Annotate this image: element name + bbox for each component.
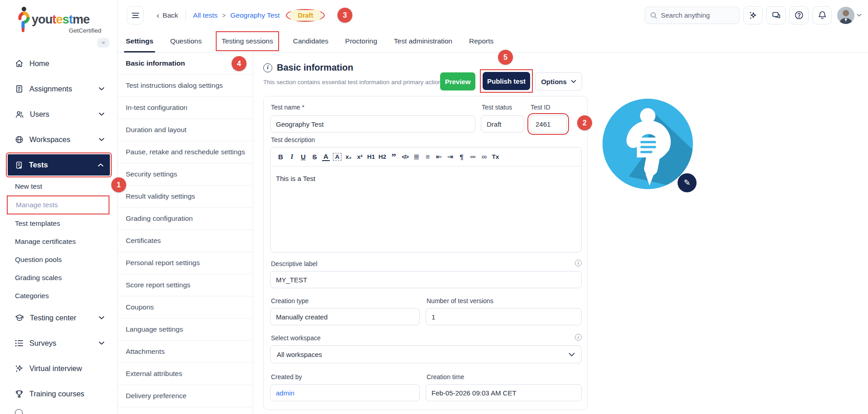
settings-item-grading-configuration[interactable]: Grading configuration: [118, 208, 253, 230]
notifications-button[interactable]: [812, 6, 832, 24]
horizontal-rule-icon[interactable]: ═: [467, 153, 479, 161]
global-search[interactable]: [645, 7, 740, 24]
link-icon[interactable]: ∞: [479, 153, 490, 161]
creation-time-input[interactable]: [426, 384, 582, 401]
settings-item-certificates[interactable]: Certificates: [118, 230, 253, 252]
underline-icon[interactable]: U: [298, 153, 309, 161]
publish-test-button[interactable]: Publish test: [483, 72, 530, 90]
italic-icon[interactable]: I: [286, 153, 298, 161]
sidebar-item-testing-center[interactable]: Testing center: [0, 305, 117, 330]
tab-test-administration[interactable]: Test administration: [394, 30, 452, 52]
edit-image-button[interactable]: ✎: [678, 173, 697, 192]
sidebar-item-workspaces[interactable]: Workspaces: [0, 127, 117, 152]
ordered-list-icon[interactable]: ≣: [411, 152, 422, 161]
sidebar-item-tests[interactable]: Tests: [8, 154, 110, 176]
strikethrough-icon[interactable]: S: [309, 153, 320, 161]
chevron-down-icon: [99, 138, 104, 141]
tab-settings[interactable]: Settings: [126, 30, 153, 52]
creation-type-input[interactable]: [270, 308, 420, 325]
sidebar-item-users[interactable]: Users: [0, 101, 117, 127]
hamburger-menu-button[interactable]: [127, 6, 144, 24]
tab-testing-sessions[interactable]: Testing sessions: [216, 31, 279, 51]
settings-item-security[interactable]: Security settings: [118, 163, 253, 186]
sidebar-item-home[interactable]: Home: [0, 51, 117, 76]
back-button[interactable]: ‹ Back: [157, 11, 178, 19]
options-button[interactable]: Options: [535, 72, 582, 90]
bold-icon[interactable]: B: [275, 153, 286, 161]
indent-icon[interactable]: ⇥: [445, 152, 456, 161]
settings-item-external-attributes[interactable]: External attributes: [118, 363, 253, 385]
bullet-list-icon[interactable]: ≡: [422, 153, 433, 161]
settings-item-delivery-preference[interactable]: Delivery preference: [118, 385, 253, 407]
sidebar-subitem-manage-certificates[interactable]: Manage certificates: [0, 233, 117, 251]
tab-candidates[interactable]: Candidates: [293, 30, 328, 52]
heading2-icon[interactable]: H2: [377, 153, 388, 160]
page-title: Basic information: [277, 62, 353, 73]
test-status-label: Test status: [482, 104, 512, 111]
preview-button[interactable]: Preview: [440, 72, 475, 90]
sidebar-item-assignments[interactable]: Assignments: [0, 76, 117, 101]
user-avatar: [837, 7, 854, 24]
sidebar-subitem-new-test[interactable]: New test: [0, 177, 117, 195]
home-icon: [15, 59, 24, 68]
list-icon: [15, 339, 24, 347]
superscript-icon[interactable]: x²: [354, 153, 365, 160]
sidebar-subitem-categories[interactable]: Categories: [0, 287, 117, 305]
created-by-input[interactable]: [270, 384, 420, 401]
settings-item-language[interactable]: Language settings: [118, 319, 253, 341]
settings-item-result-validity[interactable]: Result validity settings: [118, 186, 253, 208]
sidebar-item-virtual-interview[interactable]: Virtual interview: [0, 356, 117, 381]
heading1-icon[interactable]: H1: [365, 153, 377, 160]
highlight-icon[interactable]: A: [333, 153, 342, 161]
settings-item-test-instructions[interactable]: Test instructions dialog settings: [118, 75, 253, 97]
section-subtitle: This section contains essential test inf…: [263, 79, 446, 86]
sidebar-subitem-question-pools[interactable]: Question pools: [0, 251, 117, 269]
settings-item-score-report[interactable]: Score report settings: [118, 274, 253, 296]
settings-item-coupons[interactable]: Coupons: [118, 296, 253, 319]
outdent-icon[interactable]: ⇤: [433, 152, 445, 161]
test-id-label: Test ID: [531, 104, 550, 111]
breadcrumb-all-tests[interactable]: All tests: [193, 11, 218, 19]
clear-format-icon[interactable]: Tx: [490, 153, 501, 160]
workspace-select[interactable]: All workspaces: [270, 345, 582, 363]
sidebar-subitem-manage-tests[interactable]: Manage tests: [7, 195, 109, 214]
settings-item-pause-retake[interactable]: Pause, retake and reschedule settings: [118, 141, 253, 163]
breadcrumb-separator: >: [222, 12, 226, 19]
subscript-icon[interactable]: x₂: [343, 153, 354, 160]
tab-questions[interactable]: Questions: [170, 30, 202, 52]
tests-icon: [15, 161, 23, 169]
tab-proctoring[interactable]: Proctoring: [345, 30, 377, 52]
settings-menu: Basic information Test instructions dial…: [118, 52, 253, 414]
sidebar-subitem-grading-scales[interactable]: Grading scales: [0, 269, 117, 287]
sidebar-item-surveys[interactable]: Surveys: [0, 330, 117, 356]
main-content: Basic information This section contains …: [253, 52, 868, 414]
user-menu[interactable]: [837, 7, 862, 24]
test-id-input[interactable]: [530, 115, 567, 133]
creation-type-label: Creation type: [271, 297, 308, 305]
breadcrumb-current-test[interactable]: Geography Test: [230, 11, 280, 19]
text-color-icon[interactable]: A: [322, 152, 330, 161]
tab-reports[interactable]: Reports: [469, 30, 493, 52]
code-icon[interactable]: </>: [399, 154, 411, 160]
num-versions-label: Number of test versions: [427, 297, 493, 305]
blockquote-icon[interactable]: ”: [388, 155, 399, 159]
test-description-label: Test description: [271, 136, 315, 143]
settings-item-attachments[interactable]: Attachments: [118, 341, 253, 363]
feedback-chat-button[interactable]: [766, 6, 786, 24]
sidebar-collapse-button[interactable]: «: [97, 38, 109, 48]
settings-item-duration-layout[interactable]: Duration and layout: [118, 119, 253, 141]
test-name-input[interactable]: [270, 115, 475, 133]
settings-item-in-test-configuration[interactable]: In-test configuration: [118, 97, 253, 119]
ai-assistant-button[interactable]: [743, 6, 763, 24]
sidebar-item-training-courses[interactable]: Training courses: [0, 381, 117, 406]
num-versions-input[interactable]: [426, 308, 582, 325]
paragraph-icon[interactable]: ¶: [456, 153, 467, 161]
annotation-marker-5: 5: [498, 50, 513, 65]
help-button[interactable]: [789, 6, 809, 24]
descriptive-label-input[interactable]: [270, 271, 582, 288]
search-input[interactable]: [661, 11, 729, 19]
test-status-input[interactable]: [481, 115, 524, 133]
sidebar-subitem-test-templates[interactable]: Test templates: [0, 214, 117, 233]
settings-item-personal-report[interactable]: Personal report settings: [118, 252, 253, 274]
description-editor-content[interactable]: This is a Test: [270, 167, 581, 190]
